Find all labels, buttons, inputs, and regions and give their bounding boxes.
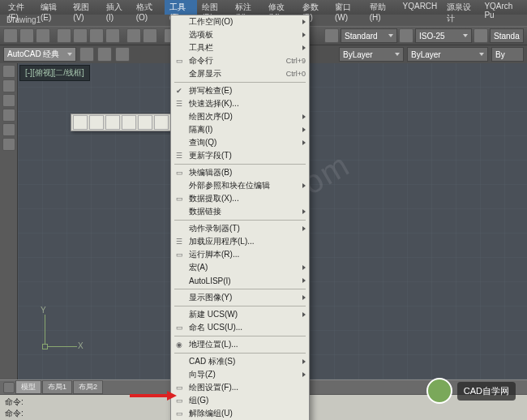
menu-item-label: 命令行 <box>189 55 280 66</box>
submenu-arrow-icon <box>302 312 306 317</box>
dim-style-combo[interactable]: ISO-25 <box>415 28 472 43</box>
arc-tool[interactable] <box>2 109 15 122</box>
linetype-combo[interactable]: ByLayer <box>407 47 488 62</box>
menu-yqarch[interactable]: YQARCH <box>398 0 443 15</box>
viewport-label[interactable]: [-][俯视][二/线框] <box>19 65 90 81</box>
menu-item-向导Z[interactable]: 向导(Z) <box>171 368 309 381</box>
print-button[interactable] <box>57 28 71 43</box>
layer-iso-button[interactable] <box>115 47 130 62</box>
color-combo[interactable]: ByLayer <box>339 47 404 62</box>
menu-插入i[interactable]: 插入(I) <box>101 0 131 15</box>
workspace-combo[interactable]: AutoCAD 经典 <box>3 47 76 62</box>
menu-帮助h[interactable]: 帮助(H) <box>365 0 398 15</box>
menu-item-icon <box>173 223 186 234</box>
menu-item-icon: ▭ <box>173 167 186 178</box>
lineweight-combo[interactable]: By <box>491 47 524 62</box>
rect-tool[interactable] <box>2 123 15 136</box>
menu-item-AutoLISPI[interactable]: AutoLISP(I) <box>171 274 309 287</box>
menu-item-label: 全屏显示 <box>189 68 280 79</box>
menu-item-命名UCSU[interactable]: ▭命名 UCS(U)... <box>171 321 309 334</box>
menu-item-label: 块编辑器(B) <box>189 167 306 178</box>
menu-item-数据提取X[interactable]: ▭数据提取(X)... <box>171 192 309 205</box>
menu-item-icon <box>173 356 186 367</box>
circle-tool[interactable] <box>2 94 15 107</box>
menu-item-选项板[interactable]: 选项板 <box>171 28 309 41</box>
menu-item-外部参照和块在位编辑[interactable]: 外部参照和块在位编辑 <box>171 179 309 192</box>
menu-文件f[interactable]: 文件(F) <box>3 0 36 15</box>
cut-button[interactable] <box>73 28 88 43</box>
menu-item-组G[interactable]: ▭组(G) <box>171 394 309 407</box>
menu-item-拼写检查E[interactable]: ✔拼写检查(E) <box>171 84 309 97</box>
menu-item-数据链接[interactable]: 数据链接 <box>171 205 309 218</box>
menu-窗口w[interactable]: 窗口(W) <box>330 0 365 15</box>
menu-item-label: 向导(Z) <box>189 369 302 380</box>
submenu-arrow-icon <box>302 226 306 231</box>
submenu-arrow-icon <box>302 114 306 119</box>
menu-item-绘图设置F[interactable]: ▭绘图设置(F)... <box>171 381 309 394</box>
paste-button[interactable] <box>105 28 120 43</box>
layer-state-button[interactable] <box>97 47 112 62</box>
text-style-combo[interactable]: Standard <box>341 28 397 43</box>
table-style-combo[interactable]: Standa <box>490 28 524 43</box>
float-btn-6[interactable] <box>154 115 169 130</box>
menu-工具t[interactable]: 工具(T) <box>165 0 197 15</box>
redo-button[interactable] <box>143 28 157 43</box>
open-button[interactable] <box>19 28 34 43</box>
tab-nav-prev[interactable] <box>3 382 15 393</box>
menu-item-动作录制器T[interactable]: 动作录制器(T) <box>171 222 309 235</box>
save-button[interactable] <box>36 28 50 43</box>
menu-item-icon <box>173 369 186 380</box>
menu-item-显示图像Y[interactable]: 显示图像(Y) <box>171 291 309 304</box>
menu-编辑e[interactable]: 编辑(E) <box>36 0 68 15</box>
layout-tab-2[interactable]: 布局2 <box>73 380 103 394</box>
float-btn-1[interactable] <box>73 115 88 130</box>
hatch-tool[interactable] <box>2 138 15 151</box>
menu-item-icon <box>173 111 186 122</box>
menu-item-CAD标准S[interactable]: CAD 标准(S) <box>171 355 309 368</box>
float-btn-4[interactable] <box>122 115 136 130</box>
layer-props-button[interactable] <box>79 47 94 62</box>
menu-item-新建UCSW[interactable]: 新建 UCS(W) <box>171 308 309 321</box>
menu-item-地理位置L[interactable]: ◉地理位置(L)... <box>171 338 309 351</box>
menu-item-工作空间O[interactable]: 工作空间(O) <box>171 15 309 28</box>
menu-item-label: 工具栏 <box>189 42 302 54</box>
menu-item-快速选择K[interactable]: ☰快速选择(K)... <box>171 97 309 110</box>
menu-源泉设计[interactable]: 源泉设计 <box>442 0 479 15</box>
menu-修改m[interactable]: 修改(M) <box>264 0 298 15</box>
menu-item-更新字段T[interactable]: ☰更新字段(T) <box>171 149 309 162</box>
layout-tab-0[interactable]: 模型 <box>15 380 41 394</box>
menu-item-运行脚本R[interactable]: ▭运行脚本(R)... <box>171 248 309 261</box>
menu-item-命令行[interactable]: ▭命令行Ctrl+9 <box>171 54 309 67</box>
menu-item-隔离I[interactable]: 隔离(I) <box>171 123 309 136</box>
menu-yqarch pu[interactable]: YQArch Pu <box>479 0 524 15</box>
menu-item-工具栏[interactable]: 工具栏 <box>171 41 309 54</box>
menu-绘图d[interactable]: 绘图(D) <box>197 0 230 15</box>
undo-button[interactable] <box>126 28 141 43</box>
float-btn-2[interactable] <box>89 115 104 130</box>
layout-tab-1[interactable]: 布局1 <box>42 380 72 394</box>
menu-标注n[interactable]: 标注(N) <box>230 0 264 15</box>
menu-item-label: 查询(Q) <box>189 137 302 148</box>
menu-item-加载应用程序L[interactable]: ☰加载应用程序(L)... <box>171 235 309 248</box>
float-btn-3[interactable] <box>105 115 120 130</box>
dim-style-icon[interactable] <box>399 28 413 43</box>
menu-参数p[interactable]: 参数(P) <box>298 0 330 15</box>
menu-item-icon: ◉ <box>173 339 186 350</box>
menu-item-绘图次序D[interactable]: 绘图次序(D) <box>171 110 309 123</box>
menu-item-块编辑器B[interactable]: ▭块编辑器(B) <box>171 166 309 179</box>
menu-格式o[interactable]: 格式(O) <box>131 0 165 15</box>
menu-item-查询Q[interactable]: 查询(Q) <box>171 136 309 149</box>
float-btn-5[interactable] <box>138 115 152 130</box>
menu-item-全屏显示[interactable]: 全屏显示Ctrl+0 <box>171 67 309 80</box>
text-style-icon[interactable] <box>324 28 339 43</box>
menu-视图v[interactable]: 视图(V) <box>68 0 101 15</box>
new-button[interactable] <box>3 28 18 43</box>
menu-item-解除编组U[interactable]: ▭解除编组(U) <box>171 407 309 420</box>
copy-button[interactable] <box>89 28 104 43</box>
menu-item-icon: ☰ <box>173 98 186 109</box>
table-style-icon[interactable] <box>473 28 488 43</box>
polyline-tool[interactable] <box>2 79 15 92</box>
menu-item-label: 隔离(I) <box>189 124 302 135</box>
line-tool[interactable] <box>2 65 15 78</box>
menu-item-宏A[interactable]: 宏(A) <box>171 261 309 274</box>
